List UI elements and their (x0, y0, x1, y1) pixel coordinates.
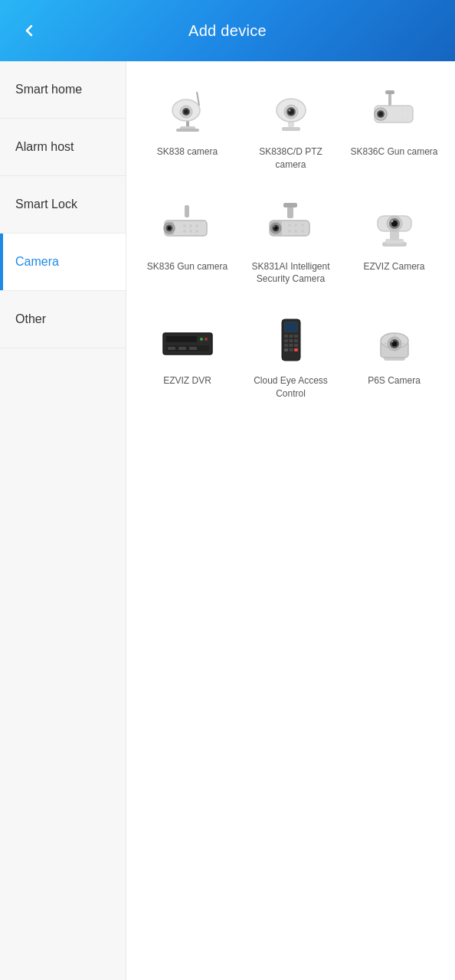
svg-point-65 (205, 338, 208, 341)
device-p6s-camera[interactable]: P6S Camera (344, 302, 444, 411)
svg-point-51 (294, 230, 297, 233)
device-label: EZVIZ Camera (363, 260, 424, 273)
svg-rect-1 (176, 129, 199, 132)
device-label: SK831AI Intelligent Security Camera (245, 260, 336, 286)
svg-point-26 (406, 117, 409, 120)
svg-rect-83 (284, 348, 288, 351)
dvr-icon (157, 313, 218, 367)
svg-point-64 (200, 338, 203, 341)
sidebar-item-label: Alarm host (15, 140, 74, 154)
outdoor-camera-icon (364, 84, 425, 138)
access-control-icon (260, 313, 322, 367)
svg-rect-84 (289, 348, 293, 351)
svg-point-38 (195, 230, 198, 233)
svg-rect-78 (289, 339, 293, 342)
device-sk836c-gun-camera[interactable]: SK836C Gun camera (344, 74, 444, 182)
svg-point-8 (184, 109, 188, 114)
main-layout: Smart home Alarm host Smart Lock Camera … (0, 61, 455, 980)
sidebar-item-camera[interactable]: Camera (0, 234, 126, 291)
device-label: SK838C/D PTZ camera (245, 145, 336, 172)
sidebar: Smart home Alarm host Smart Lock Camera … (0, 61, 126, 980)
back-button[interactable] (15, 17, 43, 44)
svg-rect-18 (385, 90, 394, 94)
svg-rect-77 (284, 339, 288, 342)
sidebar-item-smart-lock[interactable]: Smart Lock (0, 176, 126, 234)
svg-rect-85 (294, 348, 298, 351)
device-sk836-gun-camera[interactable]: SK836 Gun camera (137, 188, 237, 297)
svg-rect-27 (185, 205, 189, 217)
svg-point-95 (393, 333, 396, 336)
svg-point-34 (189, 224, 192, 227)
device-label: SK838 camera (157, 145, 218, 158)
svg-point-37 (189, 230, 192, 233)
svg-point-94 (402, 342, 405, 345)
svg-rect-82 (294, 344, 298, 347)
device-ezviz-dvr[interactable]: EZVIZ DVR (137, 302, 237, 411)
dome-camera-icon (157, 84, 218, 138)
ptz-camera-icon (260, 84, 322, 138)
bullet-camera-1-icon (157, 199, 218, 253)
device-cloud-eye-access-control[interactable]: Cloud Eye Access Control (241, 302, 341, 411)
svg-rect-76 (294, 335, 298, 338)
svg-rect-81 (289, 344, 293, 347)
svg-point-25 (401, 117, 404, 120)
header: Add device (0, 0, 455, 61)
svg-point-50 (288, 230, 291, 233)
bullet-camera-2-icon (260, 199, 322, 253)
page-title: Add device (188, 22, 267, 40)
svg-rect-40 (283, 203, 297, 207)
svg-rect-73 (285, 322, 297, 332)
svg-rect-79 (294, 339, 298, 342)
svg-rect-75 (289, 335, 293, 338)
sidebar-item-smart-home[interactable]: Smart home (0, 61, 126, 119)
sidebar-item-label: Other (15, 312, 46, 326)
svg-point-16 (288, 109, 290, 112)
content-area: SK838 camera (126, 61, 455, 980)
svg-point-46 (273, 226, 275, 227)
svg-rect-69 (189, 347, 197, 350)
sidebar-item-label: Smart home (15, 83, 82, 96)
svg-point-24 (406, 108, 409, 111)
dome-camera-2-icon (364, 199, 425, 253)
svg-point-22 (378, 112, 383, 116)
svg-point-49 (301, 224, 304, 227)
svg-rect-80 (284, 344, 288, 347)
svg-point-48 (294, 224, 297, 227)
device-grid: SK838 camera (134, 74, 447, 411)
device-sk838cd-ptz-camera[interactable]: SK838C/D PTZ camera (241, 74, 341, 182)
svg-point-52 (301, 230, 304, 233)
svg-rect-63 (166, 336, 197, 342)
svg-point-47 (288, 224, 291, 227)
sidebar-item-other[interactable]: Other (0, 291, 126, 348)
device-sk831ai-security-camera[interactable]: SK831AI Intelligent Security Camera (241, 188, 341, 297)
sidebar-item-label: Smart Lock (15, 198, 77, 211)
device-ezviz-camera[interactable]: EZVIZ Camera (344, 188, 444, 297)
device-sk838-camera[interactable]: SK838 camera (137, 74, 237, 182)
svg-point-35 (195, 224, 198, 227)
device-label: SK836 Gun camera (147, 260, 228, 273)
dome-camera-3-icon (364, 313, 425, 367)
svg-rect-68 (178, 347, 186, 350)
svg-rect-9 (282, 127, 300, 131)
svg-point-33 (183, 224, 186, 227)
sidebar-item-alarm-host[interactable]: Alarm host (0, 119, 126, 176)
svg-point-93 (384, 342, 387, 345)
svg-point-60 (391, 220, 393, 222)
device-label: SK836C Gun camera (350, 145, 437, 158)
device-label: EZVIZ DVR (163, 374, 211, 387)
sidebar-item-label: Camera (15, 255, 59, 269)
svg-point-23 (401, 108, 404, 111)
device-label: P6S Camera (368, 374, 421, 387)
device-label: Cloud Eye Access Control (245, 374, 336, 400)
svg-rect-67 (168, 347, 175, 350)
svg-point-36 (183, 230, 186, 233)
svg-point-32 (167, 226, 171, 230)
svg-point-92 (391, 341, 393, 343)
svg-rect-74 (284, 335, 288, 338)
